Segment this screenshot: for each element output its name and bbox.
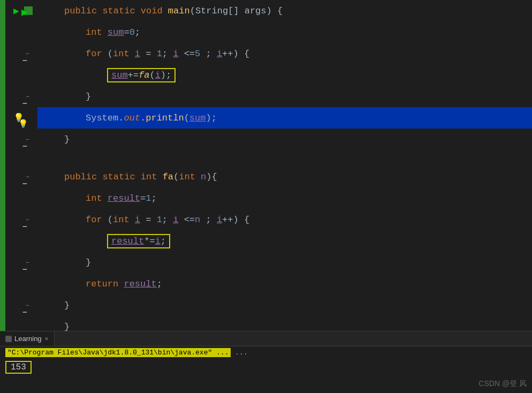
line13-text: return result; — [43, 279, 162, 289]
line5-text: } — [43, 92, 91, 102]
code-line-1: ▶ public static void main(String[] args)… — [37, 0, 532, 21]
line12-text: } — [43, 258, 91, 268]
code-line-9: int result=1; — [37, 187, 532, 209]
fold-icon-5[interactable]: － — [20, 98, 29, 109]
console-cmd-text: "C:\Program Files\Java\jdk1.8.0_131\bin\… — [5, 348, 231, 357]
fold-icon-7[interactable]: － — [20, 141, 29, 152]
fold-icon-10[interactable]: － — [20, 221, 29, 232]
fold-icon-12[interactable]: － — [20, 264, 29, 275]
bulb-gutter-icon: 💡 — [18, 119, 28, 129]
code-line-5: － } — [37, 86, 532, 107]
line7-text: } — [43, 134, 70, 145]
line4-text: sum+=fa(i); — [43, 68, 176, 82]
line11-text: result*=i; — [43, 234, 170, 248]
console-output-value: 153 — [5, 361, 32, 374]
code-line-14: － } — [37, 294, 532, 316]
code-line-7: － } — [37, 129, 532, 150]
code-line-12: － } — [37, 252, 532, 273]
line3-text: for (int i = 1; i <=5 ; i++) { — [43, 49, 249, 59]
editor-area: ▶ public static void main(String[] args)… — [0, 0, 532, 346]
fold-icon-8[interactable]: － — [20, 178, 29, 190]
line14-text: } — [43, 300, 70, 311]
code-line-11: result*=i; — [37, 230, 532, 252]
tab-label: Learning — [14, 335, 42, 343]
line15-text: } — [43, 322, 70, 332]
code-line-10: － for (int i = 1; i <=n ; i++) { — [37, 209, 532, 230]
line2-text: int sum=0; — [43, 27, 140, 37]
line1-text: public static void main(String[] args) { — [43, 6, 283, 16]
fold-icon-3[interactable]: － — [20, 55, 29, 66]
console-area: "C:\Program Files\Java\jdk1.8.0_131\bin\… — [0, 346, 532, 393]
console-output-line: 153 — [0, 359, 532, 376]
code-line-13: return result; — [37, 273, 532, 294]
tab-icon — [5, 336, 12, 342]
code-line-8: － public static int fa(int n){ — [37, 166, 532, 187]
fold-icon-14[interactable]: － — [20, 307, 29, 318]
code-line-2: int sum=0; — [37, 21, 532, 43]
tab-learning[interactable]: Learning × — [0, 331, 55, 346]
line10-text: for (int i = 1; i <=n ; i++) { — [43, 215, 249, 225]
tab-close-button[interactable]: × — [45, 335, 49, 343]
console-command-line: "C:\Program Files\Java\jdk1.8.0_131\bin\… — [0, 346, 532, 359]
tab-bar: Learning × — [0, 331, 532, 346]
code-line-3: － for (int i = 1; i <=5 ; i++) { — [37, 43, 532, 64]
sum-fa-box: sum+=fa(i); — [107, 68, 176, 82]
csdn-watermark: CSDN @登 风 — [478, 379, 527, 389]
code-line-4: sum+=fa(i); — [37, 64, 532, 86]
green-sidebar-bar — [0, 0, 5, 346]
line6-text: System.out.println(sum); — [43, 113, 217, 123]
line9-text: int result=1; — [43, 193, 157, 203]
result-i-box: result*=i; — [107, 234, 170, 248]
spacer-line — [37, 150, 532, 166]
gutter: ▶ － － － － － － － 💡 — [5, 0, 37, 346]
console-cmd-ellipsis: ... — [235, 349, 247, 357]
code-area: ▶ public static void main(String[] args)… — [37, 0, 532, 346]
line8-text: public static int fa(int n){ — [43, 172, 217, 182]
code-line-6: 💡 System.out.println(sum); — [37, 107, 532, 129]
run-icon[interactable]: ▶ — [21, 5, 28, 19]
